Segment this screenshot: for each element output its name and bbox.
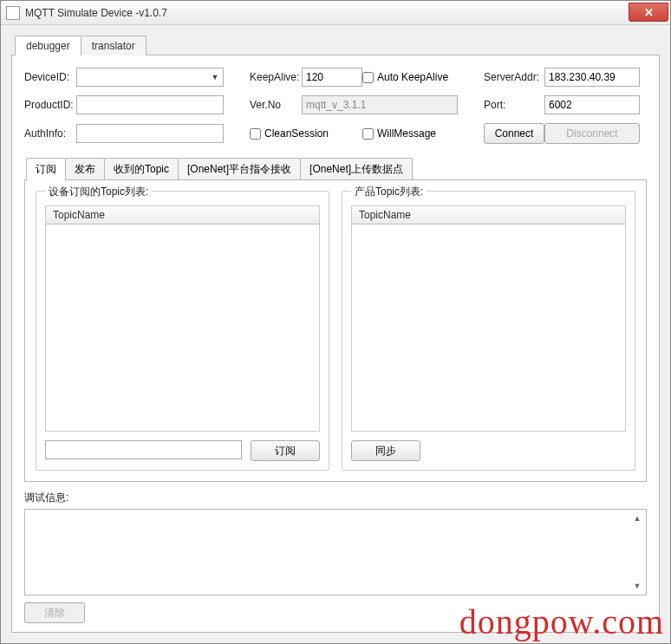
port-input[interactable] [544, 95, 640, 114]
willmessage-checkbox[interactable]: WillMessage [362, 127, 458, 140]
device-topic-title: 设备订阅的Topic列表: [45, 185, 152, 199]
auto-keepalive-input[interactable] [362, 72, 374, 83]
port-label: Port: [484, 99, 544, 111]
deviceid-input[interactable] [76, 68, 224, 87]
product-topic-list[interactable] [351, 224, 626, 432]
tab-translator[interactable]: translator [81, 36, 147, 55]
device-topic-list[interactable] [45, 224, 320, 432]
connect-button[interactable]: Connect [484, 123, 544, 144]
close-button[interactable]: ✕ [629, 3, 668, 22]
keepalive-label: KeepAlive: [250, 71, 302, 83]
serveraddr-label: ServerAddr: [484, 71, 544, 83]
tab-received-topic[interactable]: 收到的Topic [104, 158, 179, 180]
debug-info-textarea[interactable]: ▲ ▼ [24, 509, 647, 595]
subscribe-button[interactable]: 订阅 [251, 440, 320, 461]
top-tabs: debugger translator [15, 36, 660, 55]
subscribe-panel: 设备订阅的Topic列表: TopicName 订阅 产品Topic列表: To… [24, 179, 647, 482]
cleansession-text: CleanSession [264, 127, 329, 140]
willmessage-text: WillMessage [377, 127, 436, 140]
clear-button[interactable]: 清除 [24, 602, 85, 623]
tab-publish[interactable]: 发布 [65, 158, 105, 180]
willmessage-input[interactable] [362, 128, 374, 140]
app-window: MQTT Simulate Device -v1.0.7 ✕ debugger … [0, 0, 671, 644]
tab-onenet-upload[interactable]: [OneNet]上传数据点 [300, 158, 413, 180]
device-topic-header[interactable]: TopicName [45, 205, 320, 224]
verno-label: Ver.No [250, 99, 302, 111]
connection-settings: DeviceID: ▼ KeepAlive: Auto KeepAlive Se… [24, 68, 647, 144]
auto-keepalive-text: Auto KeepAlive [377, 71, 448, 83]
verno-input [302, 95, 458, 114]
authinfo-label: AuthInfo: [24, 127, 76, 140]
auto-keepalive-checkbox[interactable]: Auto KeepAlive [362, 71, 458, 83]
window-title: MQTT Simulate Device -v1.0.7 [25, 7, 629, 19]
keepalive-input[interactable] [302, 68, 362, 87]
content-area: debugger translator DeviceID: ▼ KeepAliv… [1, 25, 670, 643]
tab-debugger[interactable]: debugger [15, 36, 81, 55]
sync-button[interactable]: 同步 [351, 440, 420, 461]
product-topic-group: 产品Topic列表: TopicName 同步 [342, 191, 635, 471]
device-topic-group: 设备订阅的Topic列表: TopicName 订阅 [36, 191, 329, 471]
tab-onenet-cmd[interactable]: [OneNet]平台指令接收 [178, 158, 301, 180]
deviceid-combo[interactable]: ▼ [76, 68, 224, 87]
productid-input[interactable] [76, 95, 224, 114]
product-topic-header[interactable]: TopicName [351, 205, 626, 224]
scroll-down-icon[interactable]: ▼ [630, 579, 644, 593]
cleansession-input[interactable] [250, 128, 261, 140]
scroll-up-icon[interactable]: ▲ [630, 511, 644, 525]
cleansession-checkbox[interactable]: CleanSession [250, 127, 362, 140]
serveraddr-input[interactable] [544, 68, 640, 87]
productid-label: ProductID: [24, 99, 76, 111]
app-icon [6, 6, 20, 20]
inner-tabs: 订阅 发布 收到的Topic [OneNet]平台指令接收 [OneNet]上传… [26, 158, 647, 180]
deviceid-label: DeviceID: [24, 71, 76, 83]
subscribe-topic-input[interactable] [45, 440, 242, 459]
tab-subscribe[interactable]: 订阅 [26, 158, 66, 180]
product-topic-title: 产品Topic列表: [351, 185, 427, 199]
authinfo-input[interactable] [76, 124, 224, 143]
disconnect-button[interactable]: Disconnect [544, 123, 640, 144]
debug-info-label: 调试信息: [24, 491, 647, 505]
debugger-panel: DeviceID: ▼ KeepAlive: Auto KeepAlive Se… [11, 55, 660, 633]
titlebar: MQTT Simulate Device -v1.0.7 ✕ [1, 1, 670, 25]
